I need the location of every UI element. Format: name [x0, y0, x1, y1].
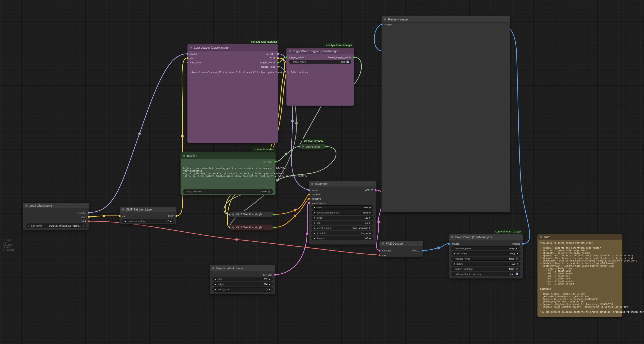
- decrement-arrow-icon[interactable]: ◀: [314, 212, 315, 214]
- node-titlebar[interactable]: TriggerWord Toggle (LoraManager): [286, 48, 354, 54]
- widget-steps[interactable]: ◀steps20▶: [312, 216, 373, 220]
- increment-arrow-icon[interactable]: ▶: [370, 217, 371, 219]
- collapse-dot-icon[interactable]: [232, 226, 234, 228]
- node-titlebar[interactable]: Empty Latent Image: [210, 265, 275, 271]
- output-port-filtered_trigger_words[interactable]: filtered_trigger_words: [328, 56, 355, 59]
- port-dot[interactable]: [308, 202, 310, 204]
- output-port-LATENT[interactable]: LATENT: [364, 189, 377, 192]
- node-titlebar[interactable]: Lora Loader (LoraManager): [188, 44, 278, 51]
- node-titlebar[interactable]: Load Checkpoint: [23, 203, 89, 208]
- port-dot[interactable]: [380, 24, 383, 26]
- increment-arrow-icon[interactable]: ▶: [370, 212, 371, 214]
- port-dot[interactable]: [277, 66, 279, 68]
- port-dot[interactable]: [88, 220, 90, 222]
- port-dot[interactable]: [308, 198, 310, 200]
- widget-quality[interactable]: ◀quality100▶: [452, 262, 520, 266]
- input-port-positive[interactable]: positive: [308, 193, 320, 196]
- decrement-arrow-icon[interactable]: ◀: [314, 232, 315, 234]
- input-port-model[interactable]: model: [308, 189, 318, 192]
- port-dot[interactable]: [308, 189, 310, 191]
- port-dot[interactable]: [378, 254, 380, 256]
- node-note[interactable]: NoteAvailable filename_prefix Pattern Co…: [537, 234, 622, 317]
- widget-group_mode[interactable]: group_modetrue: [289, 60, 351, 64]
- node-text-widget[interactable]: <lora:CreateConcept_Illustrious:0.8> <lo…: [190, 71, 308, 74]
- collapse-dot-icon[interactable]: [190, 46, 192, 48]
- toggle-indicator[interactable]: [516, 268, 518, 270]
- input-port-images[interactable]: images: [380, 23, 392, 26]
- port-dot[interactable]: [448, 243, 450, 245]
- toggle-indicator[interactable]: [516, 272, 518, 275]
- collapse-dot-icon[interactable]: [26, 204, 28, 207]
- increment-arrow-icon[interactable]: ▶: [517, 263, 518, 265]
- out-port[interactable]: [273, 226, 275, 228]
- collapse-dot-icon[interactable]: [384, 18, 386, 20]
- input-port-samples[interactable]: samples: [378, 249, 392, 252]
- node-titlebar[interactable]: Preview Image: [382, 16, 510, 22]
- node-clip-set-last-layer[interactable]: CLIP Set Last LayerclipCLIP◀stop_at_clip…: [120, 206, 177, 224]
- collapse-dot-icon[interactable]: [183, 154, 185, 157]
- widget-file_format[interactable]: ◀file_formatwebp▶: [452, 252, 520, 256]
- toggle-indicator[interactable]: [268, 190, 271, 193]
- widget-add_counter_to_filename[interactable]: add_counter_to_filenametrue: [452, 272, 520, 276]
- in-port[interactable]: [228, 226, 230, 228]
- increment-arrow-icon[interactable]: ▶: [370, 222, 371, 224]
- in-port[interactable]: [298, 146, 300, 148]
- port-dot[interactable]: [118, 215, 121, 217]
- out-port[interactable]: [273, 214, 275, 216]
- increment-arrow-icon[interactable]: ▶: [83, 225, 84, 227]
- output-port-trigger_words[interactable]: trigger_words: [260, 61, 279, 64]
- node-preview-image[interactable]: Preview Imageimages: [382, 16, 510, 212]
- widget-control after generate[interactable]: ◀control after generatefixed▶: [312, 210, 373, 215]
- node-empty-latent-image[interactable]: Empty Latent ImageLATENT◀width832▶◀heigh…: [210, 265, 276, 294]
- decrement-arrow-icon[interactable]: ◀: [314, 206, 315, 208]
- output-port-CLIP[interactable]: CLIP: [168, 215, 178, 217]
- node-titlebar[interactable]: positive: [181, 152, 276, 159]
- widget-height[interactable]: ◀height1216▶: [212, 282, 272, 286]
- port-dot[interactable]: [277, 53, 279, 55]
- widget-strip_newlines[interactable]: strip_newlinesfalse: [183, 189, 273, 194]
- toggle-indicator[interactable]: [516, 257, 518, 260]
- node-vae-decode[interactable]: VAE DecodesamplesvaeIMAGE: [379, 240, 423, 257]
- output-port-loaded_loras[interactable]: loaded_loras: [261, 66, 279, 68]
- increment-arrow-icon[interactable]: ▶: [517, 252, 518, 255]
- input-port-clip[interactable]: clip: [118, 215, 126, 217]
- port-dot[interactable]: [374, 189, 377, 191]
- toggle-indicator[interactable]: [346, 60, 349, 63]
- increment-arrow-icon[interactable]: ▶: [269, 283, 270, 285]
- widget-stop_at_clip_layer[interactable]: ◀stop_at_clip_layer-2▶: [122, 219, 174, 223]
- widget-batch_size[interactable]: ◀batch_size3▶: [212, 287, 272, 292]
- decrement-arrow-icon[interactable]: ◀: [314, 237, 315, 239]
- node-graph-canvas[interactable]: comfyui-lora-managercomfyui-lora-manager…: [0, 0, 644, 344]
- collapse-dot-icon[interactable]: [232, 214, 234, 216]
- input-port-clip[interactable]: clip: [186, 57, 194, 60]
- port-dot[interactable]: [274, 274, 276, 276]
- output-port-CLIP[interactable]: CLIP: [270, 57, 279, 60]
- decrement-arrow-icon[interactable]: ◀: [214, 283, 216, 285]
- increment-arrow-icon[interactable]: ▶: [370, 237, 371, 239]
- node-positive-prompt[interactable]: positiveSTRINGstrip_newlinesfalsehighres…: [180, 152, 276, 195]
- decrement-arrow-icon[interactable]: ◀: [314, 222, 315, 224]
- output-port-IMAGE[interactable]: IMAGE: [412, 249, 424, 252]
- output-port-MODEL[interactable]: MODEL: [266, 53, 279, 55]
- port-dot[interactable]: [186, 62, 188, 64]
- output-port-images[interactable]: images: [512, 242, 524, 245]
- input-port-vae[interactable]: vae: [378, 254, 386, 256]
- node-save-image[interactable]: Save Image (LoraManager)imagesimagesfile…: [448, 234, 523, 278]
- collapse-dot-icon[interactable]: [289, 50, 291, 52]
- collapse-dot-icon[interactable]: [302, 146, 304, 148]
- widget-seed[interactable]: ◀seed409▶: [312, 206, 373, 210]
- collapse-dot-icon[interactable]: [382, 242, 384, 244]
- output-port-LATENT[interactable]: LATENT: [263, 274, 276, 276]
- decrement-arrow-icon[interactable]: ◀: [28, 225, 29, 227]
- collapse-dot-icon[interactable]: [311, 183, 313, 185]
- port-dot[interactable]: [422, 250, 424, 252]
- node-titlebar[interactable]: CLIP Set Last Layer: [120, 207, 176, 212]
- node-titlebar[interactable]: VAE Decode: [380, 241, 423, 246]
- widget-width[interactable]: ◀width832▶: [212, 277, 272, 281]
- port-dot[interactable]: [186, 57, 188, 59]
- port-dot[interactable]: [277, 57, 279, 59]
- input-port-negative[interactable]: negative: [308, 198, 321, 200]
- port-dot[interactable]: [522, 243, 524, 245]
- node-titlebar[interactable]: Save Image (LoraManager): [449, 234, 523, 240]
- node-lora-loader[interactable]: Lora Loader (LoraManager)modelcliplora_s…: [187, 44, 278, 143]
